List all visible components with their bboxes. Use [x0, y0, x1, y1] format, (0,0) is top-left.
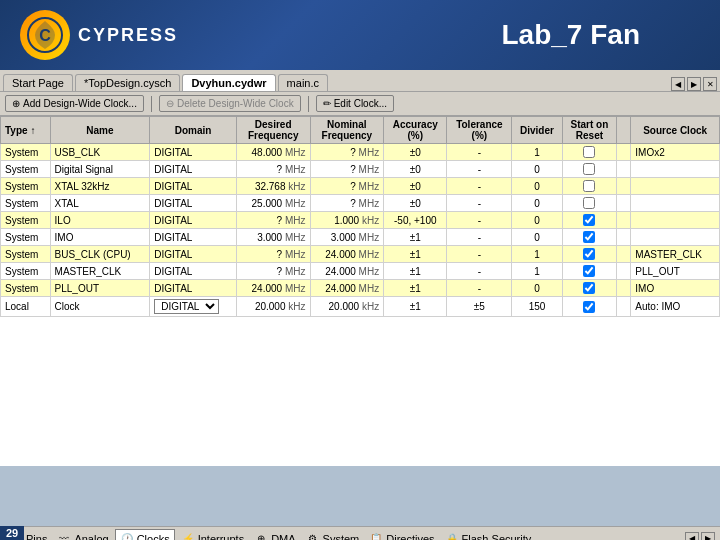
add-clock-button[interactable]: ⊕ Add Design-Wide Clock... [5, 95, 144, 112]
cell-type: System [1, 212, 51, 229]
cell-domain: DIGITAL [150, 178, 237, 195]
cell-nominal-freq: 24.000 MHz [310, 280, 384, 297]
cell-desired-freq: 24.000 MHz [236, 280, 310, 297]
table-row[interactable]: System ILO DIGITAL ? MHz 1.000 kHz -50, … [1, 212, 720, 229]
cell-accuracy: ±1 [384, 263, 447, 280]
status-item-analog[interactable]: 〰 Analog [53, 530, 112, 541]
cell-type: System [1, 161, 51, 178]
cell-start-on-reset[interactable] [562, 297, 617, 317]
edit-clock-button[interactable]: ✏ Edit Clock... [316, 95, 394, 112]
bottom-area [0, 466, 720, 526]
col-domain[interactable]: Domain [150, 117, 237, 144]
col-divider[interactable]: Divider [512, 117, 562, 144]
table-row[interactable]: System XTAL DIGITAL 25.000 MHz ? MHz ±0 … [1, 195, 720, 212]
cell-tolerance: - [447, 161, 512, 178]
start-on-reset-checkbox[interactable] [583, 197, 595, 209]
domain-select[interactable]: DIGITAL [154, 299, 219, 314]
cell-start-on-reset[interactable] [562, 161, 617, 178]
cell-accuracy: ±0 [384, 195, 447, 212]
tab-scroll-left[interactable]: ◀ [671, 77, 685, 91]
cell-desired-freq: ? MHz [236, 263, 310, 280]
cell-empty [617, 297, 631, 317]
table-row[interactable]: Local Clock DIGITAL 20.000 kHz 20.000 kH… [1, 297, 720, 317]
cell-divider: 0 [512, 229, 562, 246]
cell-source-clock: MASTER_CLK [631, 246, 720, 263]
status-icon: 🔒 [445, 532, 459, 541]
cell-domain: DIGITAL [150, 246, 237, 263]
table-row[interactable]: System MASTER_CLK DIGITAL ? MHz 24.000 M… [1, 263, 720, 280]
cell-divider: 0 [512, 195, 562, 212]
col-source-clock[interactable]: Source Clock [631, 117, 720, 144]
status-item-dma[interactable]: ⊕ DMA [250, 530, 299, 541]
cell-start-on-reset[interactable] [562, 280, 617, 297]
status-bar: 📌 Pins 〰 Analog 🕐 Clocks ⚡ Interrupts ⊕ … [0, 526, 720, 540]
status-label: Directives [386, 533, 434, 541]
table-row[interactable]: System BUS_CLK (CPU) DIGITAL ? MHz 24.00… [1, 246, 720, 263]
cell-nominal-freq: 1.000 kHz [310, 212, 384, 229]
cell-start-on-reset[interactable] [562, 144, 617, 161]
cell-name: Clock [50, 297, 150, 317]
tab-close[interactable]: ✕ [703, 77, 717, 91]
col-type[interactable]: Type ↑ [1, 117, 51, 144]
cell-name: XTAL 32kHz [50, 178, 150, 195]
cell-empty [617, 246, 631, 263]
start-on-reset-checkbox[interactable] [583, 214, 595, 226]
cell-nominal-freq: ? MHz [310, 144, 384, 161]
nav-left[interactable]: ◀ [685, 532, 699, 541]
status-item-directives[interactable]: 📋 Directives [365, 530, 438, 541]
add-icon: ⊕ [12, 98, 20, 109]
tab-scroll-right[interactable]: ▶ [687, 77, 701, 91]
cell-domain: DIGITAL [150, 212, 237, 229]
tab-main-c[interactable]: main.c [278, 74, 328, 91]
start-on-reset-checkbox[interactable] [583, 282, 595, 294]
col-desired-freq[interactable]: DesiredFrequency [236, 117, 310, 144]
tab-dvyhun[interactable]: Dvyhun.cydwr [182, 74, 275, 91]
nav-arrows: ◀ ▶ [685, 532, 715, 541]
table-row[interactable]: System XTAL 32kHz DIGITAL 32.768 kHz ? M… [1, 178, 720, 195]
cell-tolerance: - [447, 280, 512, 297]
start-on-reset-checkbox[interactable] [583, 146, 595, 158]
status-item-interrupts[interactable]: ⚡ Interrupts [177, 530, 248, 541]
col-tolerance[interactable]: Tolerance(%) [447, 117, 512, 144]
cell-start-on-reset[interactable] [562, 178, 617, 195]
cell-domain: DIGITAL [150, 229, 237, 246]
cell-start-on-reset[interactable] [562, 263, 617, 280]
cell-accuracy: ±0 [384, 144, 447, 161]
status-item-system[interactable]: ⚙ System [302, 530, 364, 541]
status-icon: 📋 [369, 532, 383, 541]
table-row[interactable]: System Digital Signal DIGITAL ? MHz ? MH… [1, 161, 720, 178]
col-accuracy[interactable]: Accuracy(%) [384, 117, 447, 144]
cell-desired-freq: 25.000 MHz [236, 195, 310, 212]
table-row[interactable]: System IMO DIGITAL 3.000 MHz 3.000 MHz ±… [1, 229, 720, 246]
start-on-reset-checkbox[interactable] [583, 180, 595, 192]
sep1 [151, 96, 152, 112]
col-name[interactable]: Name [50, 117, 150, 144]
cypress-label: CYPRESS [78, 25, 178, 46]
tab-start-page[interactable]: Start Page [3, 74, 73, 91]
delete-clock-button[interactable]: ⊖ Delete Design-Wide Clock [159, 95, 301, 112]
start-on-reset-checkbox[interactable] [583, 265, 595, 277]
start-on-reset-checkbox[interactable] [583, 163, 595, 175]
col-start-on-reset[interactable]: Start onReset [562, 117, 617, 144]
nav-right[interactable]: ▶ [701, 532, 715, 541]
edit-icon: ✏ [323, 98, 331, 109]
cell-start-on-reset[interactable] [562, 195, 617, 212]
cell-name: MASTER_CLK [50, 263, 150, 280]
status-item-clocks[interactable]: 🕐 Clocks [115, 529, 175, 541]
status-item-flash-security[interactable]: 🔒 Flash Security [441, 530, 536, 541]
cell-start-on-reset[interactable] [562, 246, 617, 263]
status-label: Clocks [137, 533, 170, 541]
cell-type: System [1, 263, 51, 280]
cell-start-on-reset[interactable] [562, 229, 617, 246]
start-on-reset-checkbox[interactable] [583, 231, 595, 243]
table-row[interactable]: System PLL_OUT DIGITAL 24.000 MHz 24.000… [1, 280, 720, 297]
logo-icon: C [20, 10, 70, 60]
tab-top-design[interactable]: *TopDesign.cysch [75, 74, 180, 91]
status-label: DMA [271, 533, 295, 541]
col-nominal-freq[interactable]: NominalFrequency [310, 117, 384, 144]
cell-start-on-reset[interactable] [562, 212, 617, 229]
start-on-reset-checkbox[interactable] [583, 301, 595, 313]
cell-divider: 0 [512, 280, 562, 297]
start-on-reset-checkbox[interactable] [583, 248, 595, 260]
table-row[interactable]: System USB_CLK DIGITAL 48.000 MHz ? MHz … [1, 144, 720, 161]
